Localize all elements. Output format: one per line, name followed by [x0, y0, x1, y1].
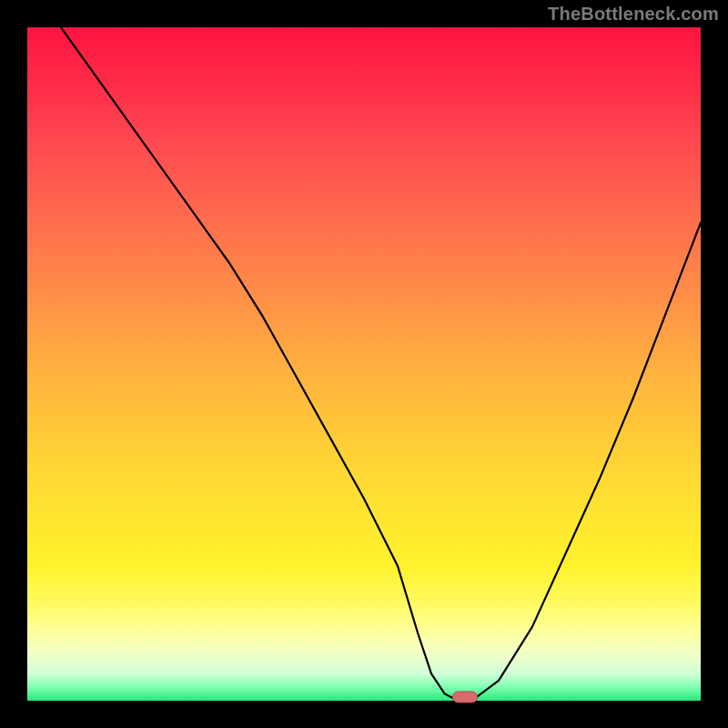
plot-area	[27, 27, 701, 701]
optimal-point-marker	[452, 692, 478, 703]
chart-container: TheBottleneck.com	[0, 0, 728, 728]
gradient-background	[27, 27, 701, 701]
watermark-text: TheBottleneck.com	[548, 4, 719, 25]
